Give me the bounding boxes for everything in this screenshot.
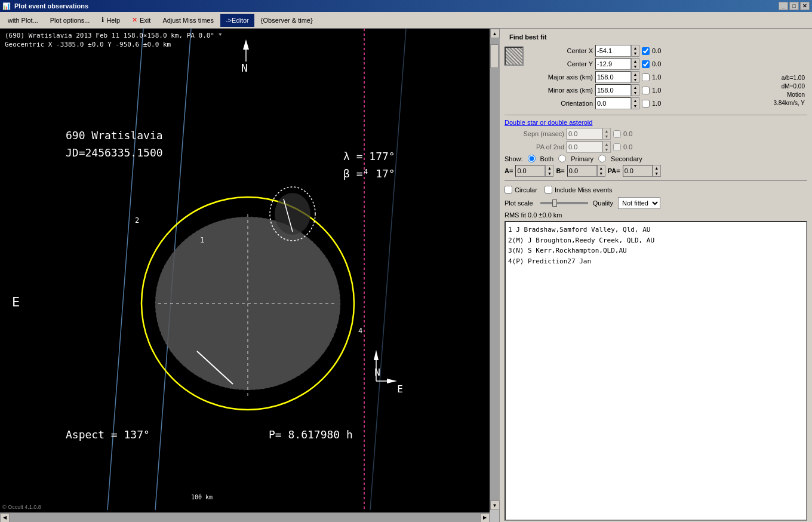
observers-list: 1 J Bradshaw,Samford Valley, Qld, AU 2(M…	[505, 221, 807, 521]
minor-axis-spinner[interactable]: ▲ ▼	[631, 84, 639, 96]
spinner-down[interactable]: ▼	[632, 77, 639, 82]
major-axis-input-group[interactable]: 158.0 ▲ ▼	[595, 71, 639, 83]
spinner-up[interactable]: ▲	[632, 72, 639, 77]
minor-axis-input-group[interactable]: 158.0 ▲ ▼	[595, 84, 639, 96]
compass-e: E	[397, 383, 403, 395]
pa-2nd-spinner[interactable]: ▲ ▼	[602, 141, 611, 153]
include-miss-label[interactable]: Include Miss events	[545, 186, 613, 194]
show-both-radio[interactable]	[528, 155, 536, 162]
adjust-miss-button[interactable]: Adjust Miss times	[157, 14, 219, 27]
plot-options-button[interactable]: Plot options...	[45, 14, 96, 27]
center-y-checkbox[interactable]	[642, 60, 650, 68]
orientation-input-group[interactable]: 0.0 ▲ ▼	[595, 97, 639, 109]
scroll-down-button[interactable]: ▼	[490, 500, 500, 510]
observer-3: 3(N) S Kerr,Rockhampton,QLD,AU	[508, 245, 804, 256]
center-x-checkbox[interactable]	[642, 47, 650, 55]
spinner-up[interactable]: ▲	[632, 59, 639, 64]
spinner-down[interactable]: ▼	[632, 51, 639, 56]
center-x-input-group[interactable]: -54.1 ▲ ▼	[595, 45, 639, 57]
observer-time-button[interactable]: {Observer & time}	[256, 14, 318, 27]
center-y-spinner[interactable]: ▲ ▼	[631, 58, 639, 70]
motion-label: Motion	[771, 91, 805, 99]
major-axis-input[interactable]: 158.0	[595, 71, 631, 83]
spinner-down[interactable]: ▼	[632, 90, 639, 96]
pa-2nd-input-group[interactable]: 0.0 ▲ ▼	[567, 141, 611, 153]
divider-2	[505, 180, 807, 181]
spinner-down[interactable]: ▼	[632, 103, 639, 109]
sepn-input[interactable]: 0.0	[567, 128, 602, 140]
asteroid-jd: JD=2456335.1500	[66, 145, 163, 162]
scroll-thumb[interactable]	[490, 44, 499, 68]
sepn-checkbox[interactable]	[613, 130, 621, 138]
scroll-track[interactable]	[10, 513, 480, 523]
spinner-up[interactable]: ▲	[632, 45, 639, 51]
lambda-value: λ = 177°	[343, 148, 395, 165]
minimize-button[interactable]: _	[779, 2, 788, 10]
orientation-checkbox-area	[642, 100, 650, 108]
exit-button[interactable]: ✕ Exit	[127, 14, 156, 27]
center-y-input[interactable]: -12.9	[595, 58, 631, 70]
compass-n: N	[374, 367, 380, 378]
plot-info: (690) Wratislavia 2013 Feb 11 158.0×158.…	[5, 31, 222, 50]
svg-marker-21	[387, 379, 397, 383]
scroll-left-button[interactable]: ◀	[0, 513, 10, 523]
svg-text:2: 2	[135, 216, 139, 225]
show-secondary-radio[interactable]	[598, 155, 606, 162]
texture-button[interactable]	[505, 47, 524, 66]
circular-checkbox[interactable]	[505, 186, 512, 194]
b-input-group[interactable]: 0.0 ▲ ▼	[567, 165, 605, 177]
center-y-input-group[interactable]: -12.9 ▲ ▼	[595, 58, 639, 70]
pa-input[interactable]: 0.0	[623, 165, 653, 177]
major-axis-checkbox[interactable]	[642, 73, 650, 81]
spinner-down[interactable]: ▼	[632, 64, 639, 69]
sepn-spinner[interactable]: ▲ ▼	[602, 128, 611, 140]
orientation-spinner[interactable]: ▲ ▼	[631, 97, 639, 109]
beta-value: β =⁴ 17°	[343, 165, 395, 183]
show-primary-radio[interactable]	[558, 155, 566, 162]
circular-label[interactable]: Circular	[505, 186, 537, 194]
pa-input-group[interactable]: 0.0 ▲ ▼	[623, 165, 661, 177]
pa-2nd-static: 0.0	[623, 143, 641, 151]
rms-label: RMS fit 0.0 ±0.0 km	[500, 210, 812, 220]
scroll-up-button[interactable]: ▲	[490, 29, 500, 38]
b-input[interactable]: 0.0	[567, 165, 597, 177]
pa-spinner[interactable]: ▲ ▼	[653, 165, 661, 177]
orientation-checkbox[interactable]	[642, 100, 650, 108]
spinner-up[interactable]: ▲	[632, 85, 639, 90]
sepn-static: 0.0	[623, 130, 641, 137]
pa-2nd-input[interactable]: 0.0	[567, 141, 602, 153]
double-star-link[interactable]: Double star or double asteroid	[500, 118, 812, 127]
help-button[interactable]: ℹ Help	[96, 14, 125, 27]
quality-select[interactable]: Not fittedGoodPoor	[618, 197, 660, 209]
scroll-right-button[interactable]: ▶	[480, 513, 490, 523]
vertical-scrollbar[interactable]: ▲ ▼	[490, 29, 499, 510]
minor-axis-input[interactable]: 158.0	[595, 84, 631, 96]
horizontal-scrollbar[interactable]: ◀ ▶	[0, 512, 490, 522]
editor-button[interactable]: ->Editor	[220, 14, 254, 27]
b-spinner[interactable]: ▲ ▼	[597, 165, 605, 177]
orientation-input[interactable]: 0.0	[595, 97, 631, 109]
maximize-button[interactable]: □	[789, 2, 799, 10]
scale-thumb[interactable]	[552, 199, 557, 207]
svg-text:1: 1	[200, 236, 204, 244]
center-x-input[interactable]: -54.1	[595, 45, 631, 57]
plot-info-line2: Geocentric X -3385.0 ±0.0 Y -950.6 ±0.0 …	[5, 40, 222, 49]
a-input-group[interactable]: 0.0 ▲ ▼	[515, 165, 553, 177]
a-input[interactable]: 0.0	[515, 165, 545, 177]
minor-axis-checkbox[interactable]	[642, 87, 650, 94]
center-x-spinner[interactable]: ▲ ▼	[631, 45, 639, 57]
svg-marker-19	[374, 350, 379, 360]
scroll-track-v[interactable]	[490, 38, 500, 500]
pa-2nd-checkbox[interactable]	[613, 143, 621, 151]
center-y-label: Center Y	[533, 60, 593, 67]
show-primary-label: Primary	[571, 155, 593, 162]
include-miss-checkbox[interactable]	[545, 186, 552, 194]
scale-slider[interactable]	[540, 202, 588, 204]
major-axis-spinner[interactable]: ▲ ▼	[631, 71, 639, 83]
form-fields: Center X -54.1 ▲ ▼	[533, 44, 761, 110]
with-plot-button[interactable]: with Plot...	[2, 14, 44, 27]
spinner-up[interactable]: ▲	[632, 98, 639, 103]
a-spinner[interactable]: ▲ ▼	[545, 165, 553, 177]
sepn-input-group[interactable]: 0.0 ▲ ▼	[567, 128, 611, 140]
close-button[interactable]: ✕	[800, 2, 810, 10]
